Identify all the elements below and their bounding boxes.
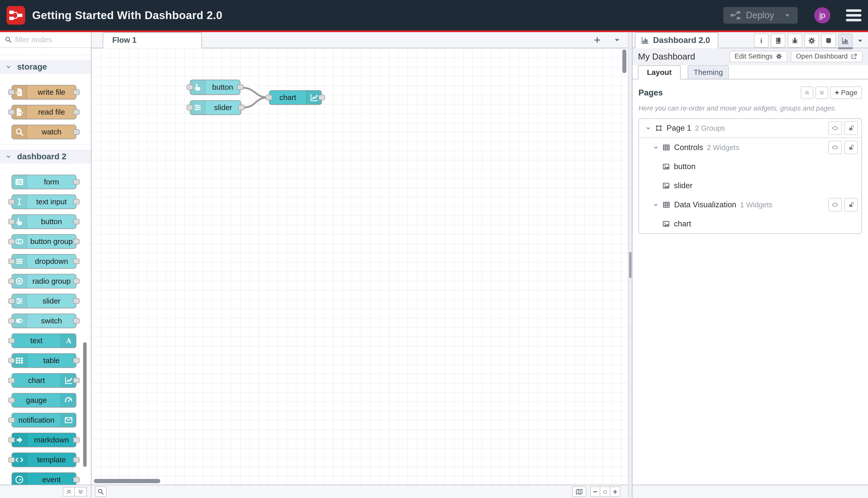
input-port[interactable] [8,437,15,443]
tree-row-page-1[interactable]: Page 12 Groups [639,119,862,138]
input-port[interactable] [8,318,15,324]
output-port[interactable] [73,477,80,482]
node-read-file[interactable]: read file [12,105,76,119]
tab-dashboard-2[interactable]: Dashboard 2.0 [635,32,718,48]
output-port[interactable] [73,129,80,135]
node-button[interactable]: button [190,80,240,95]
output-port[interactable] [73,239,80,244]
tree-row-controls[interactable]: Controls2 Widgets [639,138,862,157]
node-event[interactable]: event [12,472,76,485]
input-port[interactable] [8,278,15,284]
deploy-button[interactable]: Deploy [723,7,798,24]
input-port[interactable] [8,397,15,403]
zoom-reset-button[interactable]: ○ [600,486,610,497]
sidebar-tool-gear-icon[interactable] [804,34,819,48]
input-port[interactable] [187,84,193,90]
node-dropdown[interactable]: dropdown [12,254,76,268]
collapse-all-categories-button[interactable] [63,487,75,497]
output-port[interactable] [73,219,80,224]
deploy-caret-icon[interactable] [784,12,791,19]
input-port[interactable] [8,298,15,304]
input-port[interactable] [8,199,15,205]
input-port[interactable] [8,338,15,343]
node-markdown[interactable]: markdown [12,433,76,447]
main-menu-icon[interactable] [846,9,862,21]
node-chart[interactable]: chart [12,373,76,388]
user-avatar[interactable]: jp [814,7,830,23]
splitter-grip[interactable] [629,252,631,278]
flow-canvas[interactable]: buttonsliderchart [91,48,628,485]
output-port[interactable] [73,378,80,383]
output-port[interactable] [319,95,325,100]
tree-row-chart[interactable]: chart [639,214,862,233]
node-radio-group[interactable]: radio group [12,274,76,288]
visibility-toggle-button[interactable] [828,121,842,135]
node-switch[interactable]: switch [12,314,76,328]
input-port[interactable] [8,358,15,363]
canvas-horizontal-scrollbar[interactable] [94,479,160,483]
input-port[interactable] [187,105,193,110]
flow-list-caret-icon[interactable] [613,36,621,44]
chevron-down-icon[interactable] [653,145,658,150]
visibility-toggle-button[interactable] [828,198,842,212]
filter-nodes-input[interactable] [15,36,86,44]
node-template[interactable]: template [12,453,76,467]
output-port[interactable] [73,90,80,95]
sidebar-splitter[interactable] [628,32,632,498]
node-table[interactable]: table [12,353,76,368]
node-slider[interactable]: slider [12,294,76,308]
node-slider[interactable]: slider [190,100,241,115]
expand-all-pages-button[interactable] [815,87,828,99]
lock-toggle-button[interactable] [844,141,858,154]
output-port[interactable] [237,84,244,90]
chevron-down-icon[interactable] [653,202,658,208]
input-port[interactable] [8,417,15,423]
edit-settings-button[interactable]: Edit Settings [730,51,788,62]
input-port[interactable] [8,219,15,224]
lock-toggle-button[interactable] [844,121,858,135]
tab-flow-1[interactable]: Flow 1 [103,32,202,48]
output-port[interactable] [73,259,80,264]
input-port[interactable] [8,378,15,383]
wire[interactable] [242,88,268,97]
output-port[interactable] [73,179,80,185]
lock-toggle-button[interactable] [844,198,858,212]
input-port[interactable] [8,259,15,264]
node-button[interactable]: button [12,214,76,229]
visibility-toggle-button[interactable] [828,141,842,154]
node-watch[interactable]: watch [12,124,76,139]
output-port[interactable] [73,199,80,205]
output-port[interactable] [73,109,80,115]
add-page-button[interactable]: + Page [830,87,862,99]
sidebar-menu-caret-icon[interactable] [857,37,864,44]
node-write-file[interactable]: write file [12,85,76,100]
tree-row-slider[interactable]: slider [639,176,862,195]
tab-layout[interactable]: Layout [638,65,681,79]
sidebar-tool-bar-chart-icon[interactable] [838,34,853,48]
node-text-input[interactable]: text input [12,195,76,209]
add-flow-button[interactable]: + [594,35,600,45]
zoom-out-button[interactable]: − [590,486,600,497]
node-notification[interactable]: notification [12,413,76,428]
output-port[interactable] [238,105,245,110]
tree-row-button[interactable]: button [639,157,862,176]
wire[interactable] [243,97,268,107]
output-port[interactable] [73,437,80,443]
input-port[interactable] [8,109,15,115]
node-gauge[interactable]: gauge [12,393,76,408]
tree-row-data-visualization[interactable]: Data Visualization1 Widgets [639,195,862,214]
node-button-group[interactable]: button group [12,234,76,249]
category-header-storage[interactable]: storage [0,60,91,74]
input-port[interactable] [8,457,15,462]
canvas-vertical-scrollbar[interactable] [622,50,626,73]
open-dashboard-button[interactable]: Open Dashboard [791,51,863,62]
chevron-down-icon[interactable] [645,126,651,131]
node-text[interactable]: textA [12,333,76,348]
sidebar-tool-info-icon[interactable]: i [754,34,769,48]
tab-theming[interactable]: Theming [688,65,729,79]
palette-scrollbar[interactable] [83,342,86,467]
category-header-dashboard-2[interactable]: dashboard 2 [0,149,91,163]
input-port[interactable] [8,239,15,244]
collapse-all-pages-button[interactable] [801,87,813,99]
zoom-in-button[interactable]: + [610,486,620,497]
